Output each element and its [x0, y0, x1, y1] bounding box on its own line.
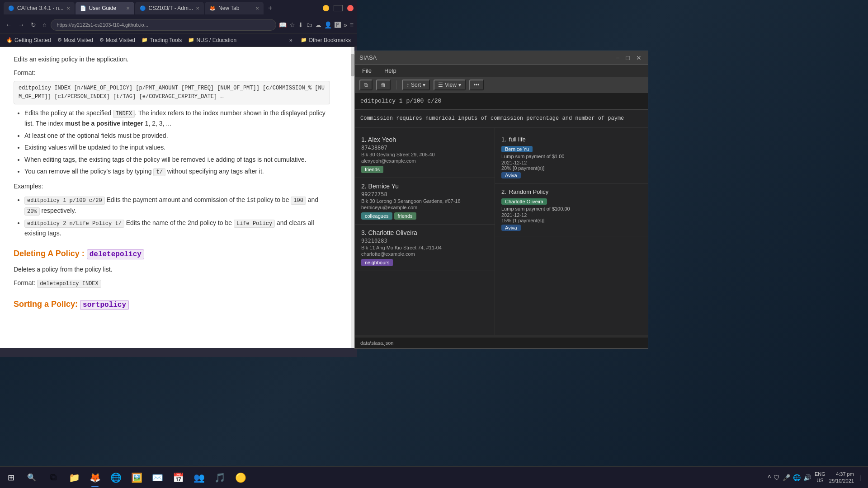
person-1-tag-friends[interactable]: friends — [361, 166, 383, 173]
tray-network[interactable]: 🌐 — [793, 474, 801, 481]
policy-2-description: Lump sum payment of $100.00 — [501, 206, 642, 211]
pocket-icon[interactable]: 🅿 — [335, 21, 341, 28]
person-2-tag-colleagues[interactable]: colleagues — [361, 212, 392, 220]
browser-window: 🔵 CATcher 3.4.1 - n... ✕ 📄 User Guide ✕ … — [0, 0, 357, 357]
person-3-name: 3. Charlotte Oliveira — [361, 229, 488, 236]
taskbar-photos[interactable]: 🖼️ — [127, 468, 146, 488]
policy-card-2[interactable]: 2. Random Policy Charlotte Oliveira Lump… — [495, 184, 648, 236]
policy-1-person-tag[interactable]: Bernice Yu — [501, 146, 533, 152]
taskbar-explorer[interactable]: 📁 — [64, 468, 84, 488]
sort-button[interactable]: ↕ Sort ▾ — [402, 80, 430, 90]
tray-shield[interactable]: 🛡 — [774, 474, 780, 481]
policy-2-person-tag[interactable]: Charlotte Oliveira — [501, 198, 547, 205]
address-input[interactable]: https://ay2122s1-cs2103-f10-4.github.io.… — [51, 19, 276, 31]
download-icon[interactable]: ⬇ — [298, 21, 303, 28]
sync-icon[interactable]: ☁ — [315, 21, 321, 28]
tray-mic[interactable]: 🎤 — [783, 474, 790, 481]
most-visited-1-icon: ⚙ — [57, 37, 62, 43]
policy-card-1[interactable]: 1. full life Bernice Yu Lump sum payment… — [495, 131, 648, 184]
maximize-button[interactable] — [334, 5, 343, 11]
person-card-1[interactable]: 1. Alex Yeoh 87438807 Blk 30 Geylang Str… — [355, 131, 495, 178]
browser-toolbar-icons: 📖 ☆ ⬇ 🗂 ☁ 👤 🅿 » ≡ — [279, 21, 354, 28]
taskbar-taskview[interactable]: ⧉ — [43, 468, 63, 488]
bookmarks-overflow-button[interactable]: » — [287, 36, 295, 44]
policy-list: 1. full life Bernice Yu Lump sum payment… — [495, 128, 648, 335]
photos-icon: 🖼️ — [131, 472, 142, 483]
newtab-tab-close[interactable]: ✕ — [255, 6, 259, 11]
bookmark-most-visited-1[interactable]: ⚙ Most Visited — [55, 36, 96, 44]
siasa-maximize-button[interactable]: □ — [624, 54, 632, 61]
most-visited-2-icon: ⚙ — [99, 37, 104, 43]
new-tab-button[interactable]: + — [264, 4, 276, 12]
taskbar-teams[interactable]: 👥 — [189, 468, 209, 488]
profile-icon[interactable]: 👤 — [324, 21, 332, 28]
command-input-area[interactable]: editpolicy 1 p/100 c/20 — [355, 93, 648, 110]
delete-section-heading: Deleting A Policy : deletepolicy — [14, 247, 330, 261]
person-card-3[interactable]: 3. Charlotte Oliveira 93210283 Blk 11 An… — [355, 225, 495, 271]
example-1: editpolicy 1 p/100 c/20 Edits the paymen… — [24, 195, 330, 216]
taskbar-mail[interactable]: ✉️ — [147, 468, 167, 488]
copy-button[interactable]: ⧉ — [359, 80, 373, 90]
bookmarks-bar: 🔥 Getting Started ⚙ Most Visited ⚙ Most … — [0, 33, 357, 47]
taskbar-app1[interactable]: 🟡 — [231, 468, 250, 488]
tab-catcher[interactable]: 🔵 CATcher 3.4.1 - n... ✕ — [4, 2, 75, 14]
menu-icon[interactable]: ≡ — [350, 21, 354, 28]
taskbar-edge[interactable]: 🌐 — [106, 468, 126, 488]
person-1-phone: 87438807 — [361, 145, 488, 151]
menu-help[interactable]: Help — [382, 66, 399, 75]
bookmark-most-visited-2[interactable]: ⚙ Most Visited — [97, 36, 138, 44]
taskbar-spotify[interactable]: 🎵 — [210, 468, 230, 488]
back-button[interactable]: ← — [4, 20, 14, 29]
delete-button[interactable]: 🗑 — [376, 80, 391, 90]
cs2103-tab-close[interactable]: ✕ — [196, 6, 199, 11]
language-indicator[interactable]: ENG US — [815, 471, 826, 483]
more-button[interactable]: ••• — [469, 80, 484, 90]
doc-bullet-3: Existing values will be updated to the i… — [24, 142, 330, 152]
siasa-minimize-button[interactable]: − — [614, 54, 621, 61]
search-button[interactable]: 🔍 — [22, 473, 42, 482]
minimize-button[interactable]: − — [323, 5, 329, 11]
bookmark-icon[interactable]: ☆ — [289, 21, 295, 28]
delete-format-label: Format: — [14, 279, 35, 286]
policy-1-commission: 20% [0 payment(s)] — [501, 165, 642, 171]
reader-icon[interactable]: 📖 — [279, 21, 287, 28]
person-3-tag-neighbours[interactable]: neighbours — [361, 259, 393, 266]
search-icon: 🔍 — [27, 473, 36, 482]
tab-newtab[interactable]: 🦊 New Tab ✕ — [205, 2, 264, 14]
overflow-icon[interactable]: » — [344, 21, 347, 28]
catcher-tab-close[interactable]: ✕ — [66, 6, 70, 11]
menu-file[interactable]: File — [359, 66, 374, 75]
doc-intro: Edits an existing policy in the applicat… — [14, 54, 330, 64]
library-icon[interactable]: 🗂 — [306, 21, 312, 28]
close-button[interactable]: ✕ — [347, 5, 354, 11]
userguide-tab-close[interactable]: ✕ — [126, 6, 130, 11]
tab-cs2103[interactable]: 🔵 CS2103/T - Adm... ✕ — [135, 2, 204, 14]
start-button[interactable]: ⊞ — [0, 473, 22, 483]
taskbar-calendar[interactable]: 📅 — [168, 468, 188, 488]
policy-1-provider-tag[interactable]: Aviva — [501, 172, 521, 178]
forward-button[interactable]: → — [16, 20, 26, 29]
bookmark-trading-tools[interactable]: 📁 Trading Tools — [139, 36, 184, 44]
person-2-address: Blk 30 Lorong 3 Serangoon Gardens, #07-1… — [361, 198, 488, 204]
scrollbar-thumb[interactable] — [351, 54, 354, 76]
person-card-2[interactable]: 2. Bernice Yu 99272758 Blk 30 Lorong 3 S… — [355, 178, 495, 225]
address-bar: ← → ↻ ⌂ https://ay2122s1-cs2103-f10-4.gi… — [0, 16, 357, 33]
bookmark-nus-education[interactable]: 📁 NUS / Education — [185, 36, 239, 44]
siasa-close-button[interactable]: ✕ — [634, 54, 643, 61]
tray-chevron[interactable]: ^ — [768, 474, 771, 481]
bookmark-other[interactable]: 📁 Other Bookmarks — [298, 36, 354, 44]
show-desktop-button[interactable]: | — [858, 474, 863, 481]
taskbar-firefox[interactable]: 🦊 — [85, 468, 105, 488]
bookmark-getting-started[interactable]: 🔥 Getting Started — [4, 36, 54, 44]
policy-2-provider-tag[interactable]: Aviva — [501, 225, 521, 231]
tab-userguide[interactable]: 📄 User Guide ✕ — [75, 2, 134, 14]
doc-format-line: Format: editpolicy INDEX [n/NAME_OF_POLI… — [14, 68, 330, 104]
newtab-tab-label: New Tab — [218, 5, 239, 11]
scrollbar-track[interactable] — [351, 47, 354, 348]
tray-volume[interactable]: 🔊 — [803, 474, 811, 481]
home-button[interactable]: ⌂ — [41, 20, 48, 29]
view-button[interactable]: ☰ View ▾ — [434, 80, 466, 90]
person-2-tag-friends[interactable]: friends — [394, 212, 416, 220]
refresh-button[interactable]: ↻ — [29, 20, 38, 29]
clock[interactable]: 4:37 pm 29/10/2021 — [829, 471, 854, 484]
